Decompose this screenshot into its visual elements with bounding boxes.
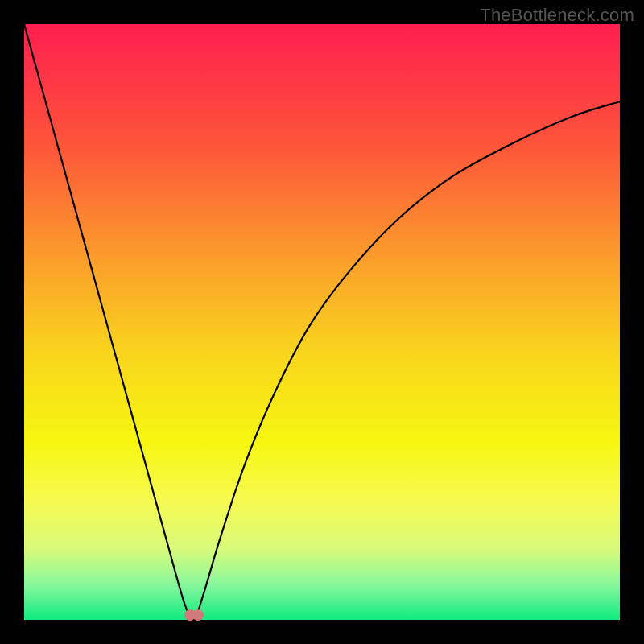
plot-area <box>24 24 620 620</box>
chart-frame: TheBottleneck.com <box>0 0 644 644</box>
watermark-text: TheBottleneck.com <box>480 5 634 26</box>
curve-layer <box>24 24 620 620</box>
data-marker <box>192 609 204 621</box>
bottleneck-curve <box>24 24 620 620</box>
